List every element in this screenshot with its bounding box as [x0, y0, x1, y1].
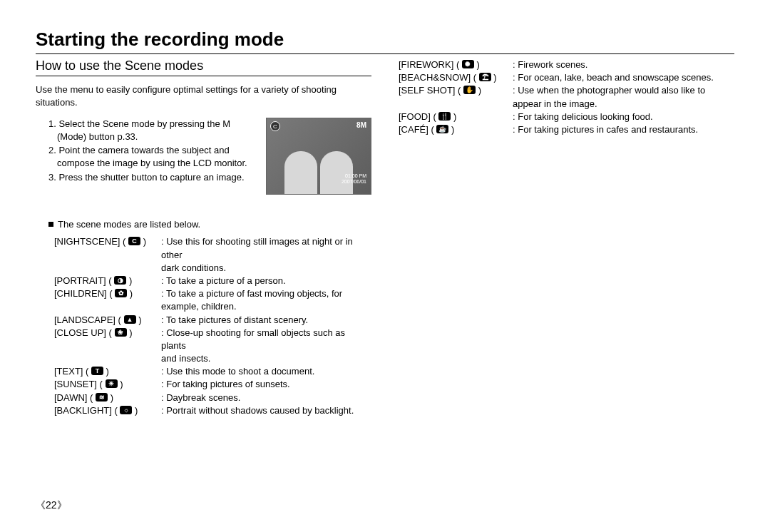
scene-mode-icon [462, 60, 474, 68]
scene-mode-description: For taking pictures in cafes and restaur… [513, 123, 734, 136]
lcd-preview-image: C 8M 01:00 PM 2007/06/01 [266, 118, 371, 195]
scene-mode-description: For ocean, lake, beach and snowscape sce… [513, 71, 734, 84]
page-number: 《22》 [36, 499, 67, 512]
scene-mode-label: [LANDSCAPE] ( ) [54, 314, 161, 327]
two-column-layout: How to use the Scene modes Use the menu … [36, 58, 734, 417]
scene-mode-row: [PORTRAIT] ( )To take a picture of a per… [54, 275, 371, 287]
scene-mode-label: [NIGHTSCENE] ( ) [54, 235, 161, 261]
scene-mode-icon [96, 393, 108, 401]
scene-mode-icon [120, 406, 132, 414]
scene-mode-row: [CLOSE UP] ( )Close-up shooting for smal… [54, 327, 371, 352]
scene-mode-description: Close-up shooting for small objects such… [161, 327, 371, 352]
scene-mode-row: [DAWN] ( )Daybreak scenes. [54, 392, 371, 404]
scene-mode-label: [BACKLIGHT] ( ) [54, 404, 161, 417]
right-column: [FIREWORK] ( )Firework scenes.[BEACH&SNO… [399, 58, 734, 417]
scene-mode-icon [128, 237, 140, 245]
scene-mode-description: Firework scenes. [513, 58, 734, 71]
scene-mode-icon [115, 289, 127, 297]
steps-area: 1. Select the Scene mode by pressing the… [36, 118, 371, 195]
lcd-date: 2007/06/01 [342, 179, 366, 185]
scene-mode-icon [463, 86, 476, 94]
page-title: Starting the recording mode [36, 29, 734, 54]
scene-mode-description-cont: dark conditions. [161, 262, 371, 275]
lcd-quality-indicator: 8M [356, 121, 366, 129]
scene-mode-label: [DAWN] ( ) [54, 392, 161, 404]
scene-mode-row: [BEACH&SNOW] ( )For ocean, lake, beach a… [399, 71, 734, 84]
scene-mode-description: For taking pictures of sunsets. [161, 378, 371, 391]
scene-mode-label: [TEXT] ( ) [54, 365, 161, 378]
scene-mode-description: For taking delicious looking food. [513, 111, 734, 123]
scene-mode-label: [FIREWORK] ( ) [399, 58, 513, 71]
scene-mode-icon [106, 379, 118, 388]
scene-mode-description: To take pictures of distant scenery. [161, 314, 371, 327]
scene-mode-row: [FOOD] ( )For taking delicious looking f… [399, 111, 734, 123]
scene-mode-description: To take a picture of fast moving objects… [161, 287, 371, 300]
lcd-timestamp: 01:00 PM 2007/06/01 [342, 173, 366, 184]
scene-mode-description: Use when the photographer would also lik… [513, 84, 734, 97]
scene-mode-description-cont: and insects. [161, 352, 371, 365]
modes-list-heading: The scene modes are listed below. [48, 219, 371, 230]
scene-mode-row: [FIREWORK] ( )Firework scenes. [399, 58, 734, 71]
scene-mode-row: [SUNSET] ( )For taking pictures of sunse… [54, 378, 371, 391]
scene-mode-description: Portrait without shadows caused by backl… [161, 404, 371, 417]
scene-mode-label: [BEACH&SNOW] ( ) [399, 71, 513, 84]
scene-mode-row: [LANDSCAPE] ( )To take pictures of dista… [54, 314, 371, 327]
lcd-subject-1 [284, 151, 317, 194]
scene-mode-icon [436, 125, 448, 133]
intro-text: Use the menu to easily configure optimal… [36, 83, 371, 109]
scene-mode-icon [114, 276, 126, 285]
scene-mode-row: [CAFÉ] ( )For taking pictures in cafes a… [399, 123, 734, 136]
scene-mode-row: [NIGHTSCENE] ( )Use this for shooting st… [54, 235, 371, 261]
scene-mode-label: [SELF SHOT] ( ) [399, 84, 513, 97]
scene-mode-description-cont: example, children. [161, 300, 371, 313]
lcd-time: 01:00 PM [342, 173, 366, 179]
step-1: 1. Select the Scene mode by pressing the… [48, 118, 259, 143]
scene-mode-row: [BACKLIGHT] ( )Portrait without shadows … [54, 404, 371, 417]
scene-mode-icon [91, 367, 103, 375]
scene-mode-icon [124, 315, 136, 324]
steps-text: 1. Select the Scene mode by pressing the… [36, 118, 259, 195]
scene-mode-row: [CHILDREN] ( )To take a picture of fast … [54, 287, 371, 300]
scene-mode-label: [FOOD] ( ) [399, 111, 513, 123]
left-column: How to use the Scene modes Use the menu … [36, 58, 371, 417]
scene-mode-description: To take a picture of a person. [161, 275, 371, 287]
section-subtitle: How to use the Scene modes [36, 58, 371, 76]
scene-mode-icon [115, 328, 127, 337]
modes-list-right: [FIREWORK] ( )Firework scenes.[BEACH&SNO… [399, 58, 734, 136]
scene-mode-label: [SUNSET] ( ) [54, 378, 161, 391]
scene-mode-icon [438, 112, 451, 121]
scene-mode-label: [CHILDREN] ( ) [54, 287, 161, 300]
scene-mode-description-cont: appear in the image. [513, 98, 734, 111]
scene-mode-description: Use this mode to shoot a document. [161, 365, 371, 378]
scene-mode-row: [TEXT] ( )Use this mode to shoot a docum… [54, 365, 371, 378]
modes-list-left: [NIGHTSCENE] ( )Use this for shooting st… [36, 235, 371, 417]
step-2: 2. Point the camera towards the subject … [48, 144, 259, 169]
scene-mode-label: [CLOSE UP] ( ) [54, 327, 161, 352]
scene-mode-icon [479, 73, 491, 81]
step-3: 3. Press the shutter button to capture a… [48, 171, 259, 184]
scene-mode-description: Daybreak scenes. [161, 392, 371, 404]
scene-mode-label: [CAFÉ] ( ) [399, 123, 513, 136]
scene-mode-row: [SELF SHOT] ( )Use when the photographer… [399, 84, 734, 97]
scene-mode-label: [PORTRAIT] ( ) [54, 275, 161, 287]
scene-mode-description: Use this for shooting still images at ni… [161, 235, 371, 261]
